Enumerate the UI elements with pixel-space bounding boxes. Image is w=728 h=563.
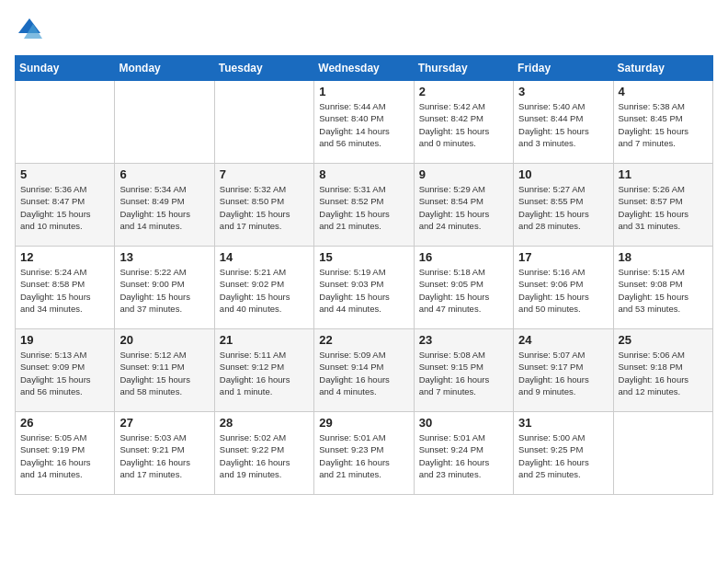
day-info: Sunrise: 5:27 AM Sunset: 8:55 PM Dayligh… — [518, 183, 608, 232]
day-info: Sunrise: 5:13 AM Sunset: 9:09 PM Dayligh… — [20, 349, 109, 397]
calendar-cell: 22Sunrise: 5:09 AM Sunset: 9:14 PM Dayli… — [314, 329, 414, 412]
calendar-cell: 13Sunrise: 5:22 AM Sunset: 9:00 PM Dayli… — [115, 247, 214, 329]
day-number: 19 — [20, 333, 109, 347]
day-info: Sunrise: 5:22 AM Sunset: 9:00 PM Dayligh… — [119, 266, 209, 315]
calendar-cell — [16, 81, 115, 164]
logo-icon — [15, 15, 44, 44]
logo — [15, 15, 50, 44]
day-info: Sunrise: 5:32 AM Sunset: 8:50 PM Dayligh… — [220, 183, 309, 232]
calendar-cell — [214, 81, 313, 164]
day-info: Sunrise: 5:42 AM Sunset: 8:42 PM Dayligh… — [419, 100, 508, 149]
day-number: 20 — [119, 333, 209, 347]
day-info: Sunrise: 5:38 AM Sunset: 8:45 PM Dayligh… — [619, 100, 708, 149]
day-info: Sunrise: 5:16 AM Sunset: 9:06 PM Dayligh… — [518, 266, 608, 315]
day-info: Sunrise: 5:03 AM Sunset: 9:21 PM Dayligh… — [119, 431, 209, 480]
calendar-cell — [115, 81, 214, 164]
calendar-cell: 6Sunrise: 5:34 AM Sunset: 8:49 PM Daylig… — [115, 164, 214, 247]
day-number: 31 — [518, 416, 608, 430]
calendar-cell: 1Sunrise: 5:44 AM Sunset: 8:40 PM Daylig… — [314, 81, 414, 164]
day-number: 3 — [518, 85, 608, 98]
calendar-cell: 28Sunrise: 5:02 AM Sunset: 9:22 PM Dayli… — [214, 412, 313, 495]
day-number: 12 — [20, 250, 109, 264]
day-number: 17 — [518, 250, 608, 264]
calendar-cell: 3Sunrise: 5:40 AM Sunset: 8:44 PM Daylig… — [514, 81, 613, 164]
day-number: 11 — [619, 167, 708, 181]
calendar-cell: 29Sunrise: 5:01 AM Sunset: 9:23 PM Dayli… — [314, 412, 414, 495]
day-number: 5 — [20, 167, 109, 181]
day-info: Sunrise: 5:08 AM Sunset: 9:15 PM Dayligh… — [419, 349, 508, 397]
day-info: Sunrise: 5:36 AM Sunset: 8:47 PM Dayligh… — [20, 183, 109, 232]
calendar-cell: 31Sunrise: 5:00 AM Sunset: 9:25 PM Dayli… — [514, 412, 613, 495]
day-info: Sunrise: 5:31 AM Sunset: 8:52 PM Dayligh… — [319, 183, 408, 232]
calendar-cell — [613, 412, 712, 495]
day-number: 22 — [319, 333, 408, 347]
calendar-cell: 16Sunrise: 5:18 AM Sunset: 9:05 PM Dayli… — [414, 247, 513, 329]
calendar-cell: 5Sunrise: 5:36 AM Sunset: 8:47 PM Daylig… — [16, 164, 115, 247]
calendar-cell: 25Sunrise: 5:06 AM Sunset: 9:18 PM Dayli… — [613, 329, 712, 412]
week-row-2: 5Sunrise: 5:36 AM Sunset: 8:47 PM Daylig… — [16, 164, 713, 247]
calendar-cell: 12Sunrise: 5:24 AM Sunset: 8:58 PM Dayli… — [16, 247, 115, 329]
calendar-cell: 14Sunrise: 5:21 AM Sunset: 9:02 PM Dayli… — [214, 247, 313, 329]
day-number: 2 — [419, 85, 508, 98]
day-info: Sunrise: 5:29 AM Sunset: 8:54 PM Dayligh… — [419, 183, 508, 232]
day-number: 1 — [319, 85, 408, 98]
header-thursday: Thursday — [414, 56, 513, 81]
calendar-cell: 20Sunrise: 5:12 AM Sunset: 9:11 PM Dayli… — [115, 329, 214, 412]
day-info: Sunrise: 5:40 AM Sunset: 8:44 PM Dayligh… — [518, 100, 608, 149]
calendar-cell: 9Sunrise: 5:29 AM Sunset: 8:54 PM Daylig… — [414, 164, 513, 247]
day-info: Sunrise: 5:07 AM Sunset: 9:17 PM Dayligh… — [518, 349, 608, 397]
day-number: 26 — [20, 416, 109, 430]
calendar-cell: 21Sunrise: 5:11 AM Sunset: 9:12 PM Dayli… — [214, 329, 313, 412]
calendar-cell: 7Sunrise: 5:32 AM Sunset: 8:50 PM Daylig… — [214, 164, 313, 247]
day-info: Sunrise: 5:02 AM Sunset: 9:22 PM Dayligh… — [220, 431, 309, 480]
day-number: 16 — [419, 250, 508, 264]
page-header — [15, 15, 713, 44]
day-number: 6 — [119, 167, 209, 181]
day-number: 8 — [319, 167, 408, 181]
day-number: 27 — [119, 416, 209, 430]
day-number: 21 — [220, 333, 309, 347]
week-row-4: 19Sunrise: 5:13 AM Sunset: 9:09 PM Dayli… — [16, 329, 713, 412]
calendar-cell: 2Sunrise: 5:42 AM Sunset: 8:42 PM Daylig… — [414, 81, 513, 164]
calendar-table: SundayMondayTuesdayWednesdayThursdayFrid… — [15, 55, 713, 495]
day-info: Sunrise: 5:15 AM Sunset: 9:08 PM Dayligh… — [619, 266, 708, 315]
day-number: 25 — [619, 333, 708, 347]
day-info: Sunrise: 5:26 AM Sunset: 8:57 PM Dayligh… — [619, 183, 708, 232]
header-row: SundayMondayTuesdayWednesdayThursdayFrid… — [16, 56, 713, 81]
day-number: 9 — [419, 167, 508, 181]
calendar-cell: 30Sunrise: 5:01 AM Sunset: 9:24 PM Dayli… — [414, 412, 513, 495]
calendar-cell: 24Sunrise: 5:07 AM Sunset: 9:17 PM Dayli… — [514, 329, 613, 412]
calendar-cell: 27Sunrise: 5:03 AM Sunset: 9:21 PM Dayli… — [115, 412, 214, 495]
calendar-cell: 18Sunrise: 5:15 AM Sunset: 9:08 PM Dayli… — [613, 247, 712, 329]
day-info: Sunrise: 5:01 AM Sunset: 9:23 PM Dayligh… — [319, 431, 408, 480]
day-number: 28 — [220, 416, 309, 430]
header-wednesday: Wednesday — [314, 56, 414, 81]
header-tuesday: Tuesday — [214, 56, 313, 81]
day-info: Sunrise: 5:05 AM Sunset: 9:19 PM Dayligh… — [20, 431, 109, 480]
day-number: 15 — [319, 250, 408, 264]
calendar-cell: 17Sunrise: 5:16 AM Sunset: 9:06 PM Dayli… — [514, 247, 613, 329]
header-friday: Friday — [514, 56, 613, 81]
calendar-cell: 26Sunrise: 5:05 AM Sunset: 9:19 PM Dayli… — [16, 412, 115, 495]
week-row-1: 1Sunrise: 5:44 AM Sunset: 8:40 PM Daylig… — [16, 81, 713, 164]
day-number: 7 — [220, 167, 309, 181]
day-info: Sunrise: 5:09 AM Sunset: 9:14 PM Dayligh… — [319, 349, 408, 397]
calendar-cell: 4Sunrise: 5:38 AM Sunset: 8:45 PM Daylig… — [613, 81, 712, 164]
day-number: 18 — [619, 250, 708, 264]
header-monday: Monday — [115, 56, 214, 81]
day-info: Sunrise: 5:12 AM Sunset: 9:11 PM Dayligh… — [119, 349, 209, 397]
calendar-cell: 19Sunrise: 5:13 AM Sunset: 9:09 PM Dayli… — [16, 329, 115, 412]
day-info: Sunrise: 5:01 AM Sunset: 9:24 PM Dayligh… — [419, 431, 508, 480]
calendar-cell: 23Sunrise: 5:08 AM Sunset: 9:15 PM Dayli… — [414, 329, 513, 412]
day-info: Sunrise: 5:44 AM Sunset: 8:40 PM Dayligh… — [319, 100, 408, 149]
day-number: 4 — [619, 85, 708, 98]
week-row-5: 26Sunrise: 5:05 AM Sunset: 9:19 PM Dayli… — [16, 412, 713, 495]
day-info: Sunrise: 5:34 AM Sunset: 8:49 PM Dayligh… — [119, 183, 209, 232]
day-info: Sunrise: 5:00 AM Sunset: 9:25 PM Dayligh… — [518, 431, 608, 480]
calendar-cell: 11Sunrise: 5:26 AM Sunset: 8:57 PM Dayli… — [613, 164, 712, 247]
day-number: 30 — [419, 416, 508, 430]
header-saturday: Saturday — [613, 56, 712, 81]
day-info: Sunrise: 5:18 AM Sunset: 9:05 PM Dayligh… — [419, 266, 508, 315]
day-number: 24 — [518, 333, 608, 347]
day-number: 13 — [119, 250, 209, 264]
